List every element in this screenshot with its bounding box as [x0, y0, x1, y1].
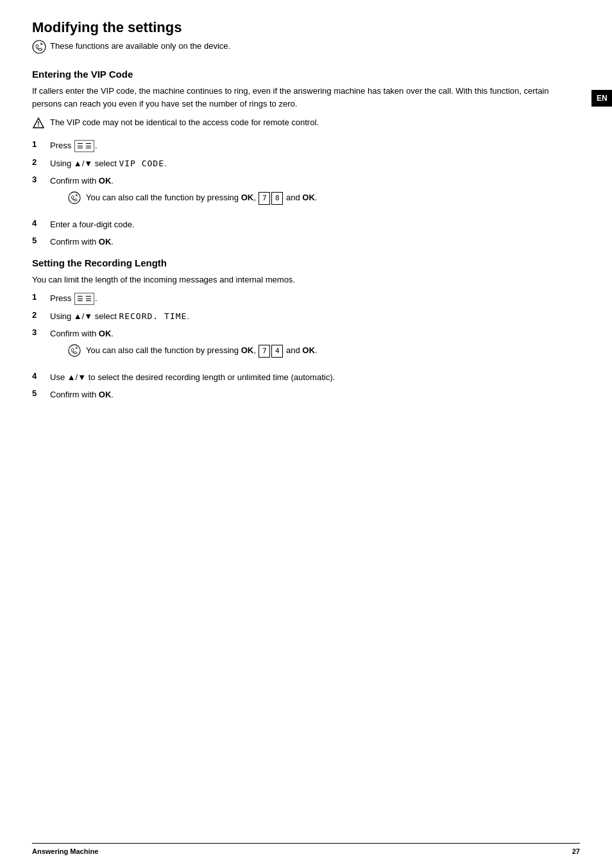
language-tab: EN	[591, 90, 612, 107]
device-only-note: These functions are available only on th…	[32, 41, 580, 57]
step-content: Press ☰ ☰.	[50, 139, 580, 152]
step-content: Using ▲/▼ select RECORD. TIME.	[50, 310, 580, 323]
vip-step-1: 1 Press ☰ ☰.	[32, 139, 580, 152]
step-number: 1	[32, 292, 50, 302]
step-content: Confirm with OK.	[50, 236, 580, 248]
page-container: EN Modifying the settings These function…	[0, 0, 612, 868]
step-content: Confirm with OK. You can also call the	[50, 327, 580, 366]
step-number: 5	[32, 388, 50, 398]
step-number: 3	[32, 327, 50, 337]
vip-step-5: 5 Confirm with OK.	[32, 236, 580, 248]
vip-steps: 1 Press ☰ ☰. 2 Using ▲/▼ select VIP CODE…	[32, 139, 580, 248]
device-inline-icon	[68, 344, 81, 362]
vip-inline-note: You can also call the function by pressi…	[68, 191, 580, 209]
device-note-text: These functions are available only on th…	[50, 41, 230, 51]
recording-steps: 1 Press ☰ ☰. 2 Using ▲/▼ select RECORD. …	[32, 292, 580, 401]
recording-step-1: 1 Press ☰ ☰.	[32, 292, 580, 305]
vip-step-3: 3 Confirm with OK.	[32, 175, 580, 213]
step-number: 2	[32, 157, 50, 167]
menu-key: ☰ ☰	[74, 293, 94, 305]
step-number: 2	[32, 310, 50, 320]
recording-step-3: 3 Confirm with OK.	[32, 327, 580, 366]
vip-body-text: If callers enter the VIP code, the machi…	[32, 85, 580, 110]
section-entering-vip: Entering the VIP Code If callers enter t…	[32, 69, 580, 248]
step-number: 1	[32, 139, 50, 149]
inline-note-text: You can also call the function by pressi…	[86, 344, 317, 358]
recording-menu-code: RECORD. TIME	[119, 311, 187, 321]
step-content: Press ☰ ☰.	[50, 292, 580, 305]
recording-body-text: You can limit the length of the incoming…	[32, 273, 580, 286]
device-inline-icon	[68, 191, 81, 209]
inline-note-text: You can also call the function by pressi…	[86, 191, 317, 205]
warning-icon: !	[32, 117, 45, 133]
menu-key: ☰ ☰	[74, 140, 94, 152]
recording-step-5: 5 Confirm with OK.	[32, 388, 580, 401]
key-7: 7	[259, 192, 270, 205]
svg-text:!: !	[37, 121, 39, 128]
page-footer: Answering Machine 27	[32, 843, 580, 855]
recording-step-2: 2 Using ▲/▼ select RECORD. TIME.	[32, 310, 580, 323]
step-content: Confirm with OK. You can also call the	[50, 175, 580, 213]
key-4: 4	[271, 345, 283, 358]
step-content: Using ▲/▼ select VIP CODE.	[50, 157, 580, 170]
step-number: 3	[32, 175, 50, 184]
step-number: 4	[32, 218, 50, 228]
section-recording-length: Setting the Recording Length You can lim…	[32, 257, 580, 401]
step-content: Use ▲/▼ to select the desired recording …	[50, 371, 580, 384]
vip-step-4: 4 Enter a four-digit code.	[32, 218, 580, 231]
svg-point-2	[69, 191, 80, 203]
vip-step-2: 2 Using ▲/▼ select VIP CODE.	[32, 157, 580, 170]
step-content: Enter a four-digit code.	[50, 218, 580, 231]
svg-point-3	[69, 344, 80, 356]
vip-warning: ! The VIP code may not be identical to t…	[32, 116, 580, 133]
vip-warning-text: The VIP code may not be identical to the…	[50, 116, 319, 129]
footer-page-number: 27	[572, 847, 580, 855]
step-number: 4	[32, 371, 50, 381]
section-title-recording: Setting the Recording Length	[32, 257, 580, 268]
footer-label: Answering Machine	[32, 847, 98, 855]
svg-point-0	[33, 40, 46, 53]
device-icon	[32, 40, 46, 57]
step-content: Confirm with OK.	[50, 388, 580, 401]
section-title-vip: Entering the VIP Code	[32, 69, 580, 80]
page-title: Modifying the settings	[32, 19, 580, 36]
step-number: 5	[32, 236, 50, 245]
recording-inline-note: You can also call the function by pressi…	[68, 344, 580, 362]
vip-menu-code: VIP CODE	[119, 159, 164, 168]
key-8: 8	[271, 192, 283, 205]
key-7: 7	[259, 345, 270, 358]
recording-step-4: 4 Use ▲/▼ to select the desired recordin…	[32, 371, 580, 384]
